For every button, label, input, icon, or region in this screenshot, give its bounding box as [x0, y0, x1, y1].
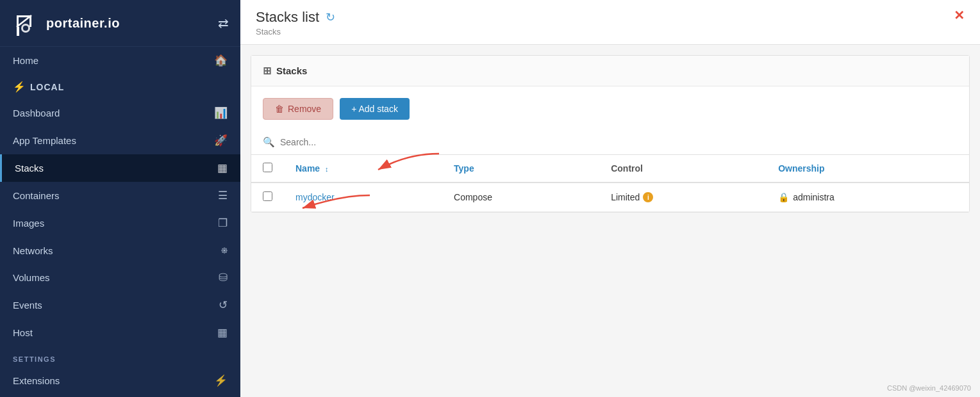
row-name-cell: mydocker: [284, 182, 442, 212]
page-title: Stacks list: [256, 9, 319, 26]
add-stack-button[interactable]: + Add stack: [340, 98, 410, 120]
sidebar-item-app-templates[interactable]: App Templates 🚀: [0, 127, 240, 154]
sidebar-item-volumes[interactable]: Volumes ⛁: [0, 264, 240, 291]
logo: portainer.io: [12, 9, 120, 37]
table-header-row: Name ↕ Type Control Owners: [251, 155, 969, 182]
toolbar: 🗑 Remove + Add stack: [263, 98, 958, 120]
sort-arrows-name: ↕: [325, 165, 329, 173]
networks-icon: ⎈: [221, 244, 228, 257]
sidebar-item-users[interactable]: Users 👥: [0, 394, 240, 397]
ownership-icon: 🔒: [778, 192, 789, 202]
stack-name-link[interactable]: mydocker: [295, 192, 335, 202]
card-header-label: Stacks: [276, 65, 307, 76]
control-badge: Limited i: [611, 192, 653, 202]
row-type-cell: Compose: [442, 182, 599, 212]
col-header-control: Control: [599, 155, 767, 182]
plug-icon: ⚡: [13, 81, 26, 93]
sidebar-item-images[interactable]: Images ❐: [0, 209, 240, 237]
sidebar-item-stacks[interactable]: Stacks ▦: [0, 154, 240, 182]
col-header-ownership: Ownership: [767, 155, 969, 182]
svg-point-6: [23, 26, 28, 31]
portainer-logo-icon: [12, 9, 40, 37]
breadcrumb: Stacks: [256, 27, 335, 36]
images-icon: ❐: [218, 216, 228, 230]
sidebar-home-item[interactable]: Home 🏠: [0, 47, 240, 74]
row-ownership-cell: 🔒 administra: [767, 182, 969, 212]
home-icon: 🏠: [214, 54, 228, 67]
search-input[interactable]: [280, 137, 958, 147]
dashboard-icon: 📊: [214, 106, 228, 120]
search-bar: 🔍: [251, 130, 969, 155]
watermark: CSDN @weixin_42469070: [887, 384, 971, 392]
row-control-cell: Limited i: [599, 182, 767, 212]
host-icon: ▦: [217, 326, 228, 339]
col-header-type: Type: [442, 155, 599, 182]
trash-icon: 🗑: [275, 104, 284, 114]
card-header-icon: ⊞: [263, 65, 271, 77]
sidebar-item-extensions[interactable]: Extensions ⚡: [0, 367, 240, 394]
table-container: Name ↕ Type Control Owners: [251, 155, 969, 212]
stacks-icon: ▦: [217, 161, 228, 175]
containers-icon: ☰: [218, 189, 228, 202]
table-row: mydocker Compose Limited i: [251, 182, 969, 212]
local-env-label: ⚡ LOCAL: [0, 74, 240, 99]
sidebar-toggle-icon[interactable]: ⇄: [218, 15, 229, 31]
settings-section-label: SETTINGS: [0, 346, 240, 367]
svg-rect-0: [17, 27, 19, 36]
stacks-table: Name ↕ Type Control Owners: [251, 155, 969, 212]
card-body: 🗑 Remove + Add stack 🔍: [251, 86, 969, 212]
sidebar-item-networks[interactable]: Networks ⎈: [0, 237, 240, 264]
sidebar-item-containers[interactable]: Containers ☰: [0, 182, 240, 209]
row-checkbox-cell: [251, 182, 284, 212]
main-content: Stacks list ↻ Stacks ✕ ⊞ Stacks 🗑 Remove: [240, 0, 980, 397]
app-templates-icon: 🚀: [214, 134, 228, 147]
sidebar-header: portainer.io ⇄: [0, 0, 240, 47]
refresh-icon[interactable]: ↻: [326, 10, 335, 24]
sidebar-item-dashboard[interactable]: Dashboard 📊: [0, 99, 240, 127]
extensions-icon: ⚡: [214, 374, 228, 387]
page-header: Stacks list ↻ Stacks ✕: [240, 0, 980, 45]
select-all-checkbox[interactable]: [263, 163, 272, 172]
remove-button[interactable]: 🗑 Remove: [263, 98, 333, 120]
info-icon[interactable]: i: [643, 192, 653, 202]
close-icon[interactable]: ✕: [954, 9, 965, 22]
select-all-header: [251, 155, 284, 182]
sidebar: portainer.io ⇄ Home 🏠 ⚡ LOCAL Dashboard …: [0, 0, 240, 397]
stacks-card: ⊞ Stacks 🗑 Remove + Add stack 🔍: [251, 55, 970, 213]
logo-text: portainer.io: [46, 16, 120, 31]
search-icon: 🔍: [263, 136, 275, 148]
events-icon: ↺: [219, 298, 228, 312]
card-header: ⊞ Stacks: [251, 56, 969, 86]
sidebar-item-events[interactable]: Events ↺: [0, 291, 240, 319]
col-header-name[interactable]: Name ↕: [284, 155, 442, 182]
sidebar-item-host[interactable]: Host ▦: [0, 319, 240, 346]
content-area: ⊞ Stacks 🗑 Remove + Add stack 🔍: [240, 45, 980, 397]
row-checkbox[interactable]: [263, 191, 272, 201]
volumes-icon: ⛁: [219, 271, 228, 284]
